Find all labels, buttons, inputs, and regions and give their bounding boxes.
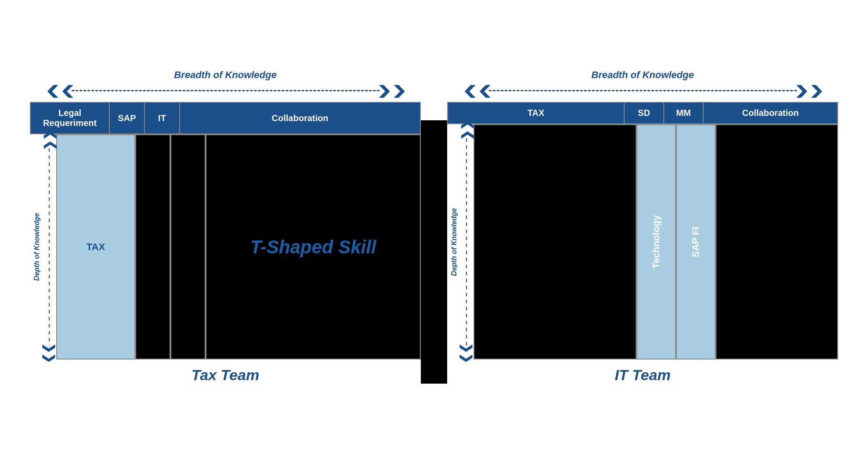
right-body-area: Depth of Knowledge ❯❯ ❯❯ Technology [447, 124, 838, 360]
right-depth-dashed [466, 138, 467, 345]
right-breadth-label: Breadth of Knowledge [447, 69, 838, 81]
right-depth-label-1: Depth of Knowledge [450, 208, 458, 276]
center-separator [421, 120, 447, 384]
right-depth-down-icon: ❯❯ [460, 343, 473, 363]
left-depth-arrow-col: ❯❯ ❯❯ [43, 134, 55, 360]
right-body-columns: Technology SAP FI [474, 124, 838, 360]
left-breadth-label: Breadth of Knowledge [30, 69, 421, 81]
left-depth-label-1: Depth of Knowledge [33, 213, 41, 281]
right-header-collab: Collaboration [704, 103, 837, 123]
right-depth-arrow: Depth of Knowledge ❯❯ ❯❯ [447, 124, 474, 360]
left-diagram: Breadth of Knowledge ❮❮ ❯❯ Legal Requeri… [30, 69, 421, 384]
right-bottom-label: IT Team [447, 367, 838, 384]
left-header-sap: SAP [110, 103, 145, 133]
left-col-sap-black [135, 134, 170, 360]
right-col-tax-black [474, 124, 637, 360]
right-header-row: TAX SD MM Collaboration [447, 102, 838, 124]
right-breadth-arrow: ❮❮ ❯❯ [447, 83, 838, 98]
left-header-collab: Collaboration [180, 103, 420, 133]
left-depth-dashed [49, 148, 50, 345]
diagrams-row: Breadth of Knowledge ❮❮ ❯❯ Legal Requeri… [30, 69, 838, 384]
left-depth-arrow: Depth of Knowledge ❯❯ ❯❯ [30, 134, 56, 360]
left-breadth-arrow: ❮❮ ❯❯ [30, 83, 421, 98]
right-arrow-right-icon: ❯❯ [793, 83, 824, 98]
main-container: Breadth of Knowledge ❮❮ ❯❯ Legal Requeri… [17, 61, 851, 392]
right-diagram: Breadth of Knowledge ❮❮ ❯❯ TAX SD MM [447, 69, 838, 384]
left-arrow-left-icon: ❮❮ [44, 83, 75, 98]
right-col-technology: Technology [637, 124, 676, 360]
right-header-sd: SD [625, 103, 664, 123]
left-body-area: Depth of Knowledge ❯❯ ❯❯ TAX [30, 134, 421, 360]
left-col-tax: TAX [56, 134, 135, 360]
left-bottom-label: Tax Team [30, 367, 421, 384]
left-col-collab-black: T-Shaped Skill [206, 134, 421, 360]
left-dashed-line [72, 90, 380, 91]
left-body-columns: TAX T-Shaped Skill [56, 134, 421, 360]
left-col-it-black [170, 134, 206, 360]
left-depth-down-icon: ❯❯ [43, 343, 55, 363]
right-col-collab-black [716, 124, 838, 360]
left-arrow-right-icon: ❯❯ [376, 83, 406, 98]
right-header-mm: MM [664, 103, 704, 123]
right-header-tax: TAX [448, 103, 625, 123]
right-depth-up-icon: ❯❯ [460, 120, 473, 140]
left-depth-up-icon: ❯❯ [43, 130, 55, 151]
left-depth-labels: Depth of Knowledge [30, 134, 44, 360]
right-depth-arrow-col: ❯❯ ❯❯ [460, 124, 473, 360]
left-arrow-line: ❮❮ ❯❯ [50, 83, 401, 98]
right-col-sapfi: SAP FI [676, 124, 716, 360]
left-header-row: Legal Requeriment SAP IT Collaboration [30, 102, 421, 134]
left-header-it: IT [145, 103, 180, 133]
right-depth-labels: Depth of Knowledge [447, 124, 461, 360]
left-header-legal: Legal Requeriment [31, 103, 110, 133]
right-arrow-line: ❮❮ ❯❯ [467, 83, 819, 98]
right-dashed-line [489, 90, 797, 91]
right-arrow-left-icon: ❮❮ [462, 83, 492, 98]
